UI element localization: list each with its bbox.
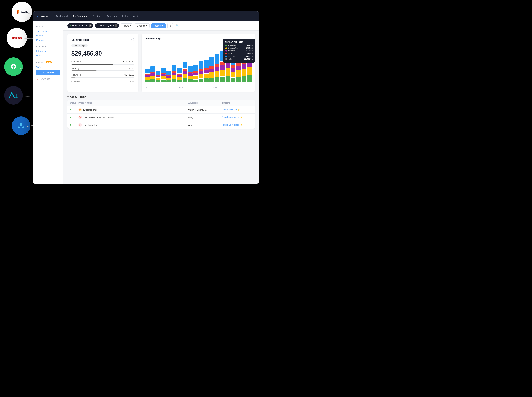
tracking-1[interactable]: /spring-eyewear ⚡ xyxy=(222,109,252,111)
bar-segment xyxy=(177,74,182,75)
nav-dashboard[interactable]: Dashboard xyxy=(56,14,68,18)
bar-segment xyxy=(204,70,209,74)
bar-group xyxy=(210,42,214,82)
bar-segment xyxy=(236,66,241,70)
svg-point-5 xyxy=(20,123,22,125)
presets-label: Presets xyxy=(154,25,161,27)
nav-content[interactable]: Content xyxy=(93,14,101,18)
complete-value: $19,450.80 xyxy=(123,60,134,63)
nav-performance[interactable]: Performance xyxy=(73,14,88,18)
product-cell-3: 🚫 The Carry-On xyxy=(79,123,188,127)
bar-segment xyxy=(242,64,246,69)
table-row[interactable]: 🚫 The Medium: Aluminum Edition Away /lon… xyxy=(67,114,255,121)
bar-segment xyxy=(193,65,198,71)
how-to-use-link[interactable]: ❓ How to use xyxy=(33,76,63,81)
how-to-use-text: How to use xyxy=(40,78,50,80)
sidebar-networks[interactable]: Networks xyxy=(33,33,63,38)
bar-segment xyxy=(161,76,166,79)
bar-segment xyxy=(167,78,171,80)
columns-button[interactable]: Columns ▾ xyxy=(135,24,149,28)
tracking-3[interactable]: /long-haul-luggage ⚡ xyxy=(222,124,252,126)
bar-segment xyxy=(215,77,219,82)
filters-label: Filters xyxy=(123,25,129,27)
bar-segment xyxy=(167,80,171,82)
bar-segment xyxy=(236,62,241,66)
tracking-link-1: /spring-eyewear xyxy=(222,109,237,111)
bar-segment xyxy=(156,71,160,75)
svg-line-8 xyxy=(19,125,21,126)
import-button[interactable]: ⬆ ↑ Import xyxy=(36,70,60,75)
sidebar-rules[interactable]: Rules xyxy=(33,53,63,58)
sidebar-reports-label: REPORTS xyxy=(33,24,63,29)
nav-links[interactable]: Links xyxy=(122,14,128,18)
table-row[interactable]: 🔥 Eyeglass Trial Warby Parker (US) /spri… xyxy=(67,106,255,114)
grouped-by-date-chip[interactable]: ✓ Grouped by date ✕ xyxy=(67,24,93,28)
x-label-apr1: Apr 1 xyxy=(146,87,150,89)
bar-segment xyxy=(167,71,171,75)
bar-segment xyxy=(145,75,149,77)
bar-segment xyxy=(145,69,149,74)
bar-segment xyxy=(199,62,203,69)
table-row[interactable]: 🚫 The Carry-On Away /long-haul-luggage ⚡ xyxy=(67,121,255,129)
chevron-icon: ▾ xyxy=(67,95,68,98)
advertiser-2: Away xyxy=(188,116,222,119)
info-icon[interactable]: ⓘ xyxy=(131,38,134,42)
tooltip-dot-awin xyxy=(225,53,227,54)
remove-grouped-filter[interactable]: ✕ xyxy=(89,24,92,27)
sort-icon-button[interactable]: ⇅ xyxy=(167,23,173,28)
status-dot-2 xyxy=(70,117,71,118)
bar-segment xyxy=(220,70,225,76)
sidebar-integrations[interactable]: Integrations xyxy=(33,49,63,53)
bar-segment xyxy=(204,60,209,68)
svg-point-7 xyxy=(22,126,24,129)
nav-audit[interactable]: Audit xyxy=(133,14,139,18)
bolt-icon-2: ⚡ xyxy=(240,116,242,118)
bar-segment xyxy=(183,62,187,68)
col-status: Status xyxy=(70,102,79,104)
sidebar-transactions[interactable]: Transactions xyxy=(33,29,63,33)
bar-group xyxy=(145,42,149,82)
bar-segment xyxy=(161,73,166,74)
filters-button[interactable]: Filters ▾ xyxy=(121,24,133,28)
bar-segment xyxy=(236,77,241,82)
presets-button[interactable]: Presets ▾ xyxy=(151,24,166,28)
x-label-apr7: Apr 7 xyxy=(179,87,183,89)
remove-sorted-filter[interactable]: ✕ xyxy=(115,24,117,27)
bar-group xyxy=(161,42,166,82)
bar-segment xyxy=(161,68,166,73)
tooltip-label-total: Total xyxy=(228,58,243,60)
cancelled-value: 10% xyxy=(130,80,134,83)
bar-segment xyxy=(231,78,236,82)
chevron-down-icon: ▾ xyxy=(130,25,131,27)
sidebar-csv[interactable]: CSV xyxy=(33,64,63,69)
tooltip-dot-refersion xyxy=(225,45,227,46)
search-icon-button[interactable]: 🔍 xyxy=(174,23,180,28)
sorted-by-date-label: Sorted by date xyxy=(100,25,114,27)
bar-segment xyxy=(193,76,198,79)
bar-group xyxy=(193,42,198,82)
section-header[interactable]: ▾ Apr 30 (Friday) xyxy=(67,95,255,98)
pending-value: $11,788.66 xyxy=(123,67,134,69)
bar-segment xyxy=(183,74,187,78)
sidebar-products[interactable]: Products xyxy=(33,38,63,42)
sorted-by-date-chip[interactable]: ✓ Sorted by date ✕ xyxy=(95,24,119,28)
bar-segment xyxy=(199,71,203,74)
bar-group xyxy=(199,42,203,82)
bar-segment xyxy=(210,78,214,82)
nav-revisions[interactable]: Revisions xyxy=(106,14,117,18)
top-nav: affimate Dashboard Performance Content R… xyxy=(33,12,259,21)
tooltip-rakuten: Rakuten $150.22 xyxy=(225,50,253,52)
tracking-2[interactable]: /long-haul-luggage ⚡ xyxy=(222,116,252,118)
tooltip-dot-skimlinks xyxy=(225,56,227,57)
bar-segment xyxy=(172,73,176,75)
metric-refunded: Refunded -$1,782.66 xyxy=(71,74,134,78)
bar-segment xyxy=(156,76,160,77)
export-new-badge: NEW xyxy=(46,62,52,63)
bar-segment xyxy=(204,79,209,82)
x-label-apr15: Apr 15 xyxy=(211,87,217,89)
bar-segment xyxy=(167,76,171,78)
bar-segment xyxy=(145,77,149,80)
bolt-icon-1: ⚡ xyxy=(238,109,240,111)
chart-card: Daily earnings Sunday, April 11th Refers… xyxy=(142,34,255,92)
bar-segment xyxy=(242,76,246,82)
